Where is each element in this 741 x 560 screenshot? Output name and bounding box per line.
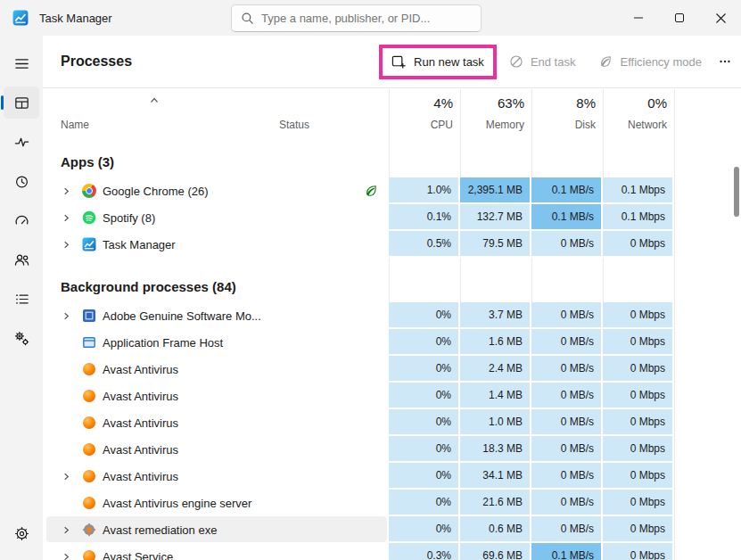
column-label: Memory: [486, 119, 524, 131]
cpu-cell: 0.3%: [389, 543, 460, 560]
group-header[interactable]: Background processes (84): [43, 270, 741, 302]
process-name: Avast Service: [103, 550, 173, 560]
memory-cell: 0.6 MB: [460, 516, 531, 543]
expand-chevron-icon[interactable]: [62, 311, 72, 321]
app-history-icon: [13, 173, 30, 190]
process-name-cell: Avast Antivirus: [43, 383, 268, 409]
expand-chevron-icon[interactable]: [62, 472, 72, 482]
process-name-cell: Adobe Genuine Software Mo...: [43, 302, 268, 329]
expand-chevron-icon[interactable]: [62, 186, 72, 196]
group-header[interactable]: Apps (3): [43, 145, 741, 177]
process-row[interactable]: Task Manager0.5%79.5 MB0 MB/s0 Mbps: [43, 231, 741, 258]
expand-chevron-icon[interactable]: [62, 525, 72, 535]
process-name-cell: Avast Antivirus: [43, 463, 268, 490]
window-title: Task Manager: [39, 12, 112, 25]
cpu-total-usage: 4%: [433, 95, 453, 111]
network-cell: 0 Mbps: [603, 383, 674, 409]
table-header: Name Status 4% CPU 63% Memory 8% Disk 0%…: [43, 89, 741, 138]
process-row[interactable]: Spotify (8)0.1%132.7 MB0.1 MB/s0.1 Mbps: [43, 204, 741, 231]
process-row[interactable]: Avast Service0.3%69.6 MB0.1 MB/s0 Mbps: [43, 543, 741, 560]
process-row[interactable]: Avast Antivirus0%1.4 MB0 MB/s0 Mbps: [43, 383, 741, 409]
run-new-task-button[interactable]: Run new task: [391, 54, 484, 70]
minimize-button[interactable]: [618, 0, 659, 36]
memory-cell: 34.1 MB: [460, 463, 531, 490]
process-row[interactable]: Avast Antivirus0%34.1 MB0 MB/s0 Mbps: [43, 463, 741, 490]
column-header-cpu[interactable]: 4% CPU: [389, 89, 460, 138]
sidebar: [0, 36, 43, 560]
process-row[interactable]: Google Chrome (26)1.0%2,395.1 MB0.1 MB/s…: [43, 177, 741, 204]
network-total-usage: 0%: [647, 95, 667, 111]
sidebar-item-startup-apps[interactable]: [4, 204, 39, 236]
status-cell: [268, 356, 389, 383]
cpu-cell: 0%: [389, 302, 460, 329]
menu-button[interactable]: [4, 47, 39, 79]
scrollbar-thumb[interactable]: [734, 167, 739, 217]
disk-cell: 0 MB/s: [531, 383, 603, 409]
process-name-cell: Avast Antivirus: [43, 356, 268, 383]
cpu-cell: 0%: [389, 356, 460, 383]
close-icon: [716, 13, 726, 23]
disk-cell: 0 MB/s: [531, 329, 603, 356]
avast-icon: [82, 469, 96, 483]
more-options-button[interactable]: [718, 54, 732, 69]
maximize-button[interactable]: [659, 0, 700, 36]
sidebar-item-users[interactable]: [4, 243, 39, 276]
details-icon: [13, 291, 30, 308]
process-name: Avast Antivirus: [103, 390, 178, 403]
process-row[interactable]: Adobe Genuine Software Mo...0%3.7 MB0 MB…: [43, 302, 741, 329]
process-name: Avast Antivirus: [103, 470, 178, 483]
status-cell: [268, 329, 389, 356]
column-header-status[interactable]: Status: [268, 89, 389, 138]
network-cell: 0 Mbps: [603, 463, 674, 490]
disk-cell: 0.1 MB/s: [531, 204, 603, 231]
chrome-icon: [82, 184, 96, 198]
process-row[interactable]: Avast Antivirus engine server0%21.6 MB0 …: [43, 490, 741, 516]
sidebar-item-services[interactable]: [4, 322, 39, 354]
cpu-cell: 1.0%: [389, 177, 460, 204]
cpu-cell: 0%: [389, 516, 460, 543]
status-cell: [268, 204, 389, 231]
process-row[interactable]: Application Frame Host0%1.6 MB0 MB/s0 Mb…: [43, 329, 741, 356]
expand-chevron-icon[interactable]: [62, 213, 72, 223]
process-row[interactable]: Avast Antivirus0%2.4 MB0 MB/s0 Mbps: [43, 356, 741, 383]
sidebar-item-processes[interactable]: [4, 86, 39, 119]
memory-cell: 69.6 MB: [460, 543, 531, 560]
sidebar-item-performance[interactable]: [4, 126, 39, 158]
end-task-button[interactable]: End task: [509, 54, 576, 69]
disk-cell: 0 MB/s: [531, 490, 603, 516]
search-box[interactable]: [231, 4, 482, 32]
process-name-cell: Avast Antivirus: [43, 409, 268, 436]
sidebar-item-app-history[interactable]: [4, 165, 39, 197]
process-row[interactable]: Avast Antivirus0%1.0 MB0 MB/s0 Mbps: [43, 409, 741, 436]
end-task-icon: [509, 54, 523, 69]
main-content: Processes Run new task End task Efficien…: [43, 36, 741, 560]
sidebar-item-details[interactable]: [4, 283, 39, 315]
window-icon: [82, 335, 96, 350]
avast-icon: [82, 549, 96, 560]
expand-chevron-icon[interactable]: [62, 240, 72, 250]
column-header-name[interactable]: Name: [43, 89, 268, 138]
disk-cell: 0 MB/s: [531, 231, 603, 258]
scrollbar[interactable]: [734, 91, 739, 556]
process-row[interactable]: Avast remediation exe0%0.6 MB0 MB/s0 Mbp…: [43, 516, 741, 543]
efficiency-mode-button[interactable]: Efficiency mode: [598, 54, 702, 69]
expand-chevron-icon[interactable]: [62, 552, 72, 560]
disk-cell: 0.1 MB/s: [531, 177, 603, 204]
end-task-label: End task: [531, 55, 576, 69]
column-header-memory[interactable]: 63% Memory: [460, 89, 531, 138]
disk-cell: 0 MB/s: [531, 463, 603, 490]
avast-remediation-icon: [82, 523, 96, 537]
process-name: Avast Antivirus: [103, 416, 178, 430]
cpu-cell: 0%: [389, 329, 460, 356]
toolbar-actions: Run new task End task Efficiency mode: [379, 45, 741, 79]
search-input[interactable]: [261, 12, 472, 25]
services-icon: [13, 330, 30, 347]
disk-cell: 0 MB/s: [531, 436, 603, 463]
close-button[interactable]: [700, 0, 741, 36]
process-row[interactable]: Avast Antivirus0%18.3 MB0 MB/s0 Mbps: [43, 436, 741, 463]
column-header-network[interactable]: 0% Network: [603, 89, 674, 138]
sidebar-item-settings[interactable]: [4, 517, 39, 549]
column-header-disk[interactable]: 8% Disk: [531, 89, 603, 138]
process-name-cell: Avast Antivirus: [43, 436, 268, 463]
status-cell: [268, 383, 389, 409]
